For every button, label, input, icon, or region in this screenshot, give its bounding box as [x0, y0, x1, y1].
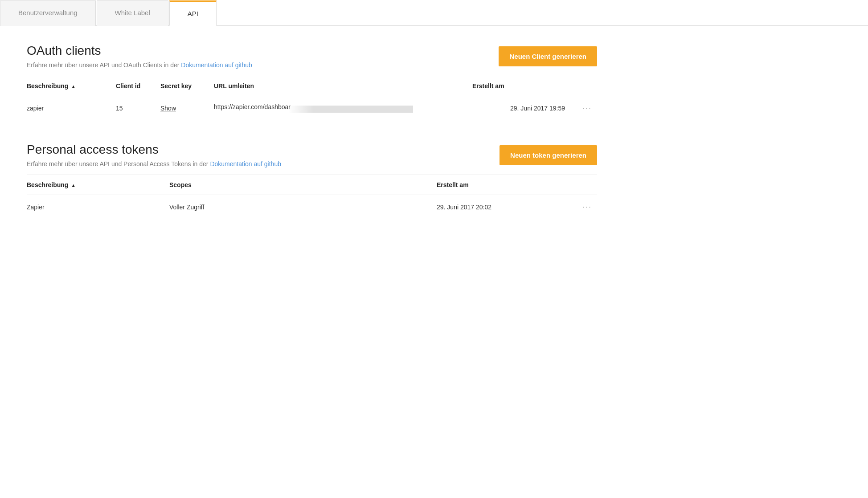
url-blur-overlay — [288, 106, 413, 113]
tokens-table-head: Beschreibung ▲ Scopes Erstellt am — [27, 175, 597, 195]
oauth-table-body: zapier 15 Show https://zapier.com/dashbo… — [27, 96, 597, 120]
tokens-docs-link[interactable]: Dokumentation auf github — [210, 160, 281, 167]
oauth-section: OAuth clients Erfahre mehr über unsere A… — [27, 44, 597, 120]
oauth-table: Beschreibung ▲ Client id Secret key URL … — [27, 76, 597, 120]
tokens-row-beschreibung: Zapier — [27, 195, 169, 219]
tab-api[interactable]: API — [169, 0, 217, 26]
oauth-docs-link[interactable]: Dokumentation auf github — [181, 61, 252, 69]
tokens-beschreibung-sort-icon[interactable]: ▲ — [71, 183, 76, 188]
oauth-row-menu-button[interactable]: ··· — [582, 103, 592, 112]
tab-whitelabel[interactable]: White Label — [97, 0, 168, 26]
tab-bar: Benutzerverwaltung White Label API — [0, 0, 868, 26]
oauth-col-actions — [570, 76, 597, 96]
tokens-row-erstellt: 29. Juni 2017 20:02 — [437, 195, 570, 219]
oauth-header-row-tr: Beschreibung ▲ Client id Secret key URL … — [27, 76, 597, 96]
tokens-table: Beschreibung ▲ Scopes Erstellt am Zapier… — [27, 175, 597, 219]
tokens-col-beschreibung: Beschreibung ▲ — [27, 175, 169, 195]
oauth-header-text: OAuth clients Erfahre mehr über unsere A… — [27, 44, 499, 69]
oauth-col-erstellt: Erstellt am — [472, 76, 570, 96]
oauth-table-head: Beschreibung ▲ Client id Secret key URL … — [27, 76, 597, 96]
tokens-row-zapier: Zapier Voller Zugriff 29. Juni 2017 20:0… — [27, 195, 597, 219]
oauth-col-beschreibung: Beschreibung ▲ — [27, 76, 116, 96]
oauth-row-beschreibung: zapier — [27, 96, 116, 120]
oauth-col-url: URL umleiten — [214, 76, 472, 96]
tokens-col-erstellt: Erstellt am — [437, 175, 570, 195]
generate-client-button[interactable]: Neuen Client generieren — [499, 46, 597, 66]
oauth-col-secretkey: Secret key — [160, 76, 214, 96]
oauth-row-erstellt: 29. Juni 2017 19:59 — [472, 96, 570, 120]
tokens-col-actions — [570, 175, 597, 195]
oauth-col-clientid: Client id — [116, 76, 160, 96]
oauth-row-clientid: 15 — [116, 96, 160, 120]
oauth-row-zapier: zapier 15 Show https://zapier.com/dashbo… — [27, 96, 597, 120]
oauth-header-row: OAuth clients Erfahre mehr über unsere A… — [27, 44, 597, 69]
tokens-row-scopes: Voller Zugriff — [169, 195, 437, 219]
tokens-header-text: Personal access tokens Erfahre mehr über… — [27, 143, 500, 167]
oauth-title: OAuth clients — [27, 44, 499, 58]
beschreibung-sort-icon[interactable]: ▲ — [71, 84, 76, 89]
tokens-col-scopes: Scopes — [169, 175, 437, 195]
tokens-row-menu-button[interactable]: ··· — [582, 202, 592, 211]
tokens-section: Personal access tokens Erfahre mehr über… — [27, 143, 597, 219]
oauth-row-actions: ··· — [570, 96, 597, 120]
oauth-row-secretkey: Show — [160, 96, 214, 120]
generate-token-button[interactable]: Neuen token generieren — [500, 145, 597, 165]
show-secret-link[interactable]: Show — [160, 105, 176, 112]
oauth-row-url: https://zapier.com/dashboar — [214, 96, 472, 120]
tokens-title: Personal access tokens — [27, 143, 500, 157]
main-content: OAuth clients Erfahre mehr über unsere A… — [0, 26, 624, 259]
tokens-table-body: Zapier Voller Zugriff 29. Juni 2017 20:0… — [27, 195, 597, 219]
tokens-header-row-tr: Beschreibung ▲ Scopes Erstellt am — [27, 175, 597, 195]
tokens-row-actions: ··· — [570, 195, 597, 219]
tokens-header-row: Personal access tokens Erfahre mehr über… — [27, 143, 597, 167]
tab-benutzerverwaltung[interactable]: Benutzerverwaltung — [0, 0, 96, 26]
tokens-description: Erfahre mehr über unsere API und Persona… — [27, 160, 500, 167]
oauth-description: Erfahre mehr über unsere API und OAuth C… — [27, 61, 499, 69]
